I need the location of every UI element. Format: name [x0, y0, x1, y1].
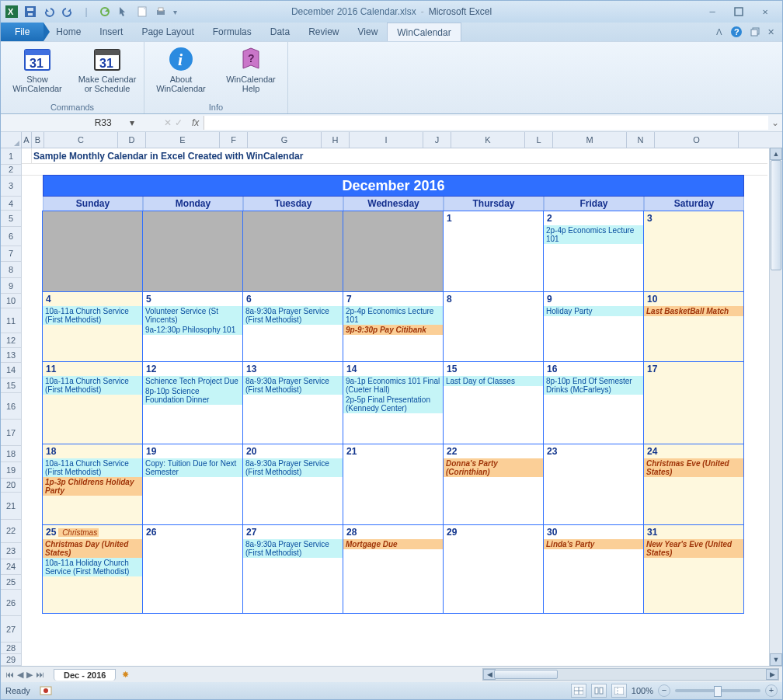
- namebox-dropdown-icon[interactable]: ▾: [114, 117, 134, 128]
- view-page-break-icon[interactable]: [611, 684, 627, 698]
- calendar-event[interactable]: 10a-11a Church Service (First Methodist): [43, 458, 142, 477]
- col-G[interactable]: G: [248, 132, 322, 148]
- row-header[interactable]: 14: [1, 363, 22, 379]
- view-normal-icon[interactable]: [571, 684, 586, 698]
- sheet-nav-next-icon[interactable]: ▶: [26, 670, 33, 680]
- calendar-event[interactable]: 9a-1p Economics 101 Final (Cueter Hall): [343, 376, 443, 395]
- scroll-right-icon[interactable]: ▶: [766, 669, 778, 680]
- row-header[interactable]: 8: [1, 262, 22, 278]
- formula-expand-icon[interactable]: ⌄: [768, 117, 782, 128]
- row-header[interactable]: 19: [1, 462, 22, 479]
- calendar-cell[interactable]: 22p-4p Economics Lecture 101: [543, 211, 644, 292]
- col-N[interactable]: N: [627, 132, 655, 148]
- tab-view[interactable]: View: [349, 23, 388, 41]
- calendar-cell[interactable]: .: [42, 211, 143, 292]
- horizontal-scrollbar[interactable]: ◀ ▶: [482, 668, 779, 681]
- calendar-cell[interactable]: 68a-9:30a Prayer Service (First Methodis…: [242, 291, 343, 362]
- col-C[interactable]: C: [44, 132, 118, 148]
- insert-sheet-icon[interactable]: ✸: [116, 670, 129, 680]
- calendar-event[interactable]: 2p-4p Economics Lecture 101: [544, 225, 643, 244]
- sheet-tab[interactable]: Dec - 2016: [54, 669, 116, 681]
- tab-formulas[interactable]: Formulas: [204, 23, 261, 41]
- col-A[interactable]: A: [22, 132, 32, 148]
- calendar-cell[interactable]: 5Volunteer Service (St Vincents)9a-12:30…: [142, 291, 243, 362]
- show-wincalendar-button[interactable]: 31 Show WinCalendar: [7, 45, 68, 93]
- about-wincalendar-button[interactable]: i About WinCalendar: [151, 45, 211, 93]
- calendar-event[interactable]: 8p-10p End Of Semester Drinks (McFarleys…: [544, 376, 643, 395]
- calendar-cell[interactable]: 17: [643, 361, 744, 444]
- row-header[interactable]: 17: [1, 420, 22, 446]
- calendar-cell[interactable]: 1810a-11a Church Service (First Methodis…: [42, 444, 143, 525]
- row-header[interactable]: 9: [1, 278, 22, 294]
- calendar-cell[interactable]: 12Schience Tech Project Due8p-10p Scienc…: [142, 361, 243, 444]
- vertical-scrollbar[interactable]: ▲ ▼: [769, 148, 782, 666]
- row-header[interactable]: 27: [1, 616, 22, 643]
- col-F[interactable]: F: [220, 132, 248, 148]
- row-header[interactable]: 3: [1, 176, 22, 196]
- sheet-nav-prev-icon[interactable]: ◀: [17, 670, 23, 680]
- wincalendar-help-button[interactable]: ? WinCalendar Help: [221, 45, 281, 93]
- select-all-corner[interactable]: [1, 132, 22, 148]
- row-header[interactable]: 28: [1, 643, 22, 654]
- col-M[interactable]: M: [553, 132, 627, 148]
- calendar-event[interactable]: 8a-9:30a Prayer Service (First Methodist…: [243, 458, 343, 477]
- make-calendar-button[interactable]: 31 Make Calendar or Schedule: [77, 45, 137, 93]
- name-box[interactable]: R33 ▾: [1, 117, 159, 128]
- view-page-layout-icon[interactable]: [591, 684, 607, 698]
- row-header[interactable]: 11: [1, 308, 22, 333]
- sheet-nav-first-icon[interactable]: ⏮: [5, 670, 14, 680]
- hscroll-thumb[interactable]: [494, 670, 558, 679]
- close-workbook-icon[interactable]: ✕: [767, 27, 774, 37]
- calendar-cell[interactable]: 24Christmas Eve (United States): [643, 444, 744, 525]
- row-header[interactable]: 2: [1, 165, 22, 176]
- zoom-slider-thumb[interactable]: [714, 686, 722, 697]
- row-header[interactable]: 24: [1, 559, 22, 576]
- calendar-event[interactable]: 8a-9:30a Prayer Service (First Methodist…: [243, 376, 343, 395]
- calendar-event[interactable]: 10a-11a Church Service (First Methodist): [43, 306, 142, 325]
- row-header[interactable]: 1: [1, 148, 22, 165]
- calendar-cell[interactable]: 29: [443, 524, 544, 614]
- calendar-event[interactable]: 2p-5p Final Presentation (Kennedy Center…: [343, 395, 443, 413]
- col-D[interactable]: D: [118, 132, 146, 148]
- calendar-cell[interactable]: 26: [142, 524, 243, 614]
- tab-home[interactable]: Home: [47, 23, 90, 41]
- calendar-event[interactable]: 9a-12:30p Philosophy 101: [143, 325, 242, 335]
- row-header[interactable]: 20: [1, 479, 22, 493]
- calendar-event[interactable]: Last Day of Classes: [444, 376, 543, 386]
- calendar-cell[interactable]: 23: [543, 444, 644, 525]
- row-header[interactable]: 26: [1, 590, 22, 616]
- sheet-nav[interactable]: ⏮ ◀ ▶ ⏭: [1, 670, 49, 680]
- row-header[interactable]: 22: [1, 520, 22, 543]
- col-I[interactable]: I: [350, 132, 423, 148]
- pointer-icon[interactable]: [117, 5, 130, 18]
- calendar-event[interactable]: Copy: Tuition Due for Next Semester: [143, 458, 242, 477]
- col-H[interactable]: H: [322, 132, 350, 148]
- print-icon[interactable]: [155, 5, 167, 18]
- calendar-cell[interactable]: 138a-9:30a Prayer Service (First Methodi…: [242, 361, 343, 444]
- tab-wincalendar[interactable]: WinCalendar: [387, 23, 461, 41]
- calendar-cell[interactable]: 3: [643, 211, 744, 292]
- scroll-up-icon[interactable]: ▲: [770, 148, 782, 160]
- row-header[interactable]: 13: [1, 348, 22, 363]
- calendar-event[interactable]: Last BasketBall Match: [644, 306, 743, 316]
- calendar-event[interactable]: 10a-11a Church Service (First Methodist): [43, 376, 142, 395]
- calendar-event[interactable]: Donna's Party (Corinthian): [444, 458, 543, 477]
- tab-data[interactable]: Data: [261, 23, 299, 41]
- calendar-cell[interactable]: 30Linda's Party: [543, 524, 644, 614]
- calendar-cell[interactable]: .: [343, 211, 444, 292]
- calendar-cell[interactable]: 22Donna's Party (Corinthian): [443, 444, 544, 525]
- calendar-cell[interactable]: 25 ChristmasChristmas Day (United States…: [42, 524, 143, 614]
- calendar-cell[interactable]: 278a-9:30a Prayer Service (First Methodi…: [242, 524, 343, 614]
- row-header[interactable]: 16: [1, 393, 22, 420]
- sheet-cells[interactable]: Sample Monthly Calendar in Excel Created…: [22, 148, 782, 666]
- calendar-cell[interactable]: 9Holiday Party: [543, 291, 644, 362]
- tab-page-layout[interactable]: Page Layout: [132, 23, 203, 41]
- calendar-cell[interactable]: 31New Year's Eve (United States): [643, 524, 744, 614]
- calendar-event[interactable]: New Year's Eve (United States): [644, 539, 743, 558]
- tab-review[interactable]: Review: [299, 23, 348, 41]
- calendar-cell[interactable]: 149a-1p Economics 101 Final (Cueter Hall…: [343, 361, 444, 444]
- row-header[interactable]: 29: [1, 654, 22, 666]
- row-header[interactable]: 4: [1, 197, 22, 211]
- vscroll-thumb[interactable]: [771, 160, 781, 270]
- calendar-event[interactable]: Volunteer Service (St Vincents): [143, 306, 242, 325]
